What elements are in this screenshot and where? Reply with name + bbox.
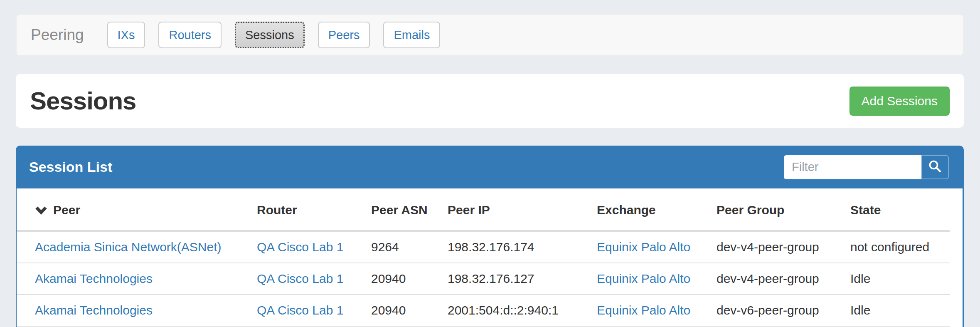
cell-peer-asn: 20940	[371, 263, 448, 295]
column-header-state[interactable]: State	[850, 188, 950, 231]
peer-group-value: dev-v6-peer-group	[717, 303, 819, 317]
cell-peer: Akamai Technologies	[17, 295, 257, 326]
state-value: Idle	[850, 303, 870, 317]
exchange-link[interactable]: Equinix Palo Alto	[597, 303, 690, 317]
nav-button-group: IXsRoutersSessionsPeersEmails	[107, 22, 454, 49]
peer-group-value: dev-v4-peer-group	[717, 272, 819, 285]
peer-link[interactable]: Academia Sinica Network(ASNet)	[35, 240, 222, 254]
exchange-link[interactable]: Equinix Palo Alto	[597, 272, 690, 285]
router-link[interactable]: QA Cisco Lab 1	[257, 303, 343, 317]
cell-router: QA Cisco Lab 1	[257, 263, 371, 295]
cell-peer-ip: 2001:504:d::2:940:1	[448, 295, 597, 326]
nav-button-sessions[interactable]: Sessions	[235, 22, 305, 49]
column-header-peer[interactable]: Peer	[17, 188, 257, 231]
cell-exchange: Equinix Palo Alto	[597, 295, 717, 326]
search-icon	[928, 159, 942, 175]
cell-peer-asn: 9264	[371, 231, 448, 263]
session-table: PeerRouterPeer ASNPeer IPExchangePeer Gr…	[17, 188, 950, 327]
nav-button-routers[interactable]: Routers	[158, 22, 222, 49]
cell-state: Idle	[850, 295, 950, 326]
column-header-label: Exchange	[597, 203, 656, 217]
peer-ip-value: 198.32.176.127	[448, 272, 534, 285]
column-header-label: Peer Group	[717, 203, 784, 217]
table-row: Akamai TechnologiesQA Cisco Lab 12094020…	[17, 295, 950, 326]
cell-exchange: Equinix Palo Alto	[597, 231, 717, 263]
cell-peer-group: dev-v6-peer-group	[717, 295, 850, 326]
search-button[interactable]	[921, 155, 949, 179]
state-value: not configured	[850, 240, 929, 254]
peer-ip-value: 198.32.176.174	[448, 240, 534, 254]
cell-peer-ip: 198.32.176.174	[448, 231, 597, 263]
filter-input[interactable]	[784, 155, 921, 179]
router-link[interactable]: QA Cisco Lab 1	[257, 240, 343, 254]
table-row: Akamai TechnologiesQA Cisco Lab 12094019…	[17, 263, 950, 295]
router-link[interactable]: QA Cisco Lab 1	[257, 272, 343, 285]
peer-asn-value: 9264	[371, 240, 399, 254]
nav-button-ixs[interactable]: IXs	[107, 22, 145, 49]
peer-link[interactable]: Akamai Technologies	[35, 303, 153, 317]
cell-state: Idle	[850, 263, 950, 295]
table-header-row: PeerRouterPeer ASNPeer IPExchangePeer Gr…	[17, 188, 950, 231]
cell-peer-group: dev-v4-peer-group	[717, 263, 850, 295]
panel-body: PeerRouterPeer ASNPeer IPExchangePeer Gr…	[16, 188, 964, 327]
chevron-down-icon	[35, 201, 47, 219]
column-header-label: Peer ASN	[371, 203, 428, 217]
table-row: Academia Sinica Network(ASNet)QA Cisco L…	[17, 231, 950, 263]
column-header-label: Router	[257, 203, 297, 217]
column-header-label: State	[850, 203, 881, 217]
peer-link[interactable]: Akamai Technologies	[35, 272, 153, 285]
column-header-peer-group[interactable]: Peer Group	[717, 188, 850, 231]
column-header-peer-ip[interactable]: Peer IP	[448, 188, 597, 231]
cell-peer-group: dev-v4-peer-group	[717, 231, 850, 263]
top-navbar: Peering IXsRoutersSessionsPeersEmails	[16, 14, 964, 56]
cell-router: QA Cisco Lab 1	[257, 295, 371, 326]
cell-peer-ip: 198.32.176.127	[448, 263, 597, 295]
cell-peer-asn: 20940	[371, 295, 448, 326]
cell-peer: Academia Sinica Network(ASNet)	[17, 231, 257, 263]
cell-exchange: Equinix Palo Alto	[597, 263, 717, 295]
peer-asn-value: 20940	[371, 303, 406, 317]
nav-button-peers[interactable]: Peers	[318, 22, 370, 49]
column-header-label: Peer	[53, 203, 80, 217]
column-header-peer-asn[interactable]: Peer ASN	[371, 188, 448, 231]
page-title: Sessions	[30, 87, 136, 115]
peer-asn-value: 20940	[371, 272, 406, 285]
column-header-label: Peer IP	[448, 203, 490, 217]
filter-group	[784, 155, 949, 179]
page-header-card: Sessions Add Sessions	[16, 74, 964, 128]
peer-ip-value: 2001:504:d::2:940:1	[448, 303, 559, 317]
nav-button-emails[interactable]: Emails	[383, 22, 440, 49]
exchange-link[interactable]: Equinix Palo Alto	[597, 240, 690, 254]
peer-group-value: dev-v4-peer-group	[717, 240, 819, 254]
cell-router: QA Cisco Lab 1	[257, 231, 371, 263]
state-value: Idle	[850, 272, 870, 285]
add-sessions-button[interactable]: Add Sessions	[849, 87, 950, 116]
panel-heading: Session List	[16, 146, 964, 188]
panel-title: Session List	[29, 159, 112, 175]
cell-peer: Akamai Technologies	[17, 263, 257, 295]
app-brand: Peering	[31, 26, 84, 44]
cell-state: not configured	[850, 231, 950, 263]
column-header-exchange[interactable]: Exchange	[597, 188, 717, 231]
column-header-router[interactable]: Router	[257, 188, 371, 231]
session-list-panel: Session List PeerRouterPeer ASNPeer IPEx…	[16, 146, 964, 327]
